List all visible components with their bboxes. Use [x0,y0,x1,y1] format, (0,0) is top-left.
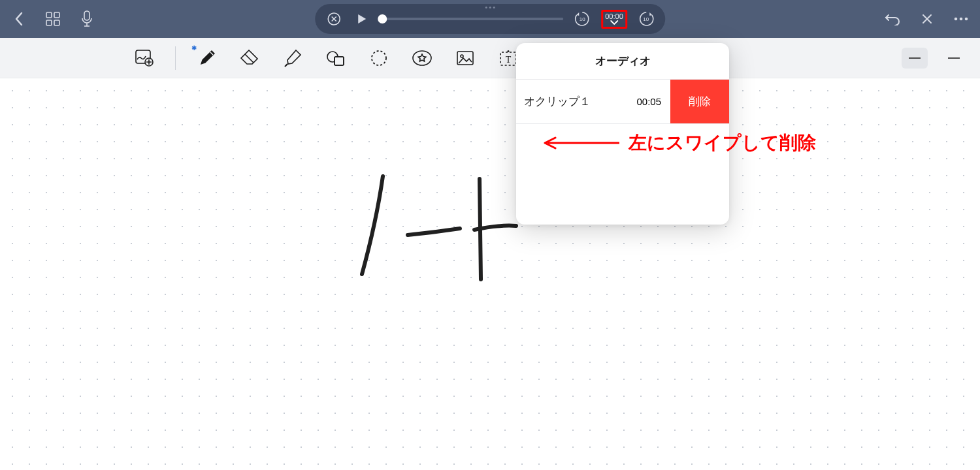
svg-text:T: T [506,55,512,65]
highlighter-tool[interactable] [280,46,305,70]
audio-clip-duration: 00:05 [636,96,661,107]
undo-button[interactable] [882,8,904,30]
svg-point-8 [955,18,958,21]
svg-point-23 [508,50,510,52]
playback-time: 00:00 [605,13,623,20]
playback-control-pill: 10 00:00 10 [315,4,665,34]
top-nav-bar: 10 00:00 10 [0,0,980,38]
progress-knob[interactable] [378,14,387,24]
skip-fwd-amount: 10 [643,16,649,22]
shapes-tool[interactable] [323,46,348,70]
more-options-button[interactable] [950,8,972,30]
svg-rect-4 [84,11,90,20]
cut-close-button[interactable] [916,8,938,30]
image-tool[interactable] [453,46,478,70]
toolbar-separator [175,46,176,70]
svg-rect-3 [54,20,59,25]
minus-icon [948,57,960,59]
svg-line-13 [245,54,253,63]
svg-point-9 [960,18,963,21]
tools-toolbar: ✱ T [0,38,980,78]
skip-back-amount: 10 [580,16,585,22]
svg-point-17 [372,51,386,65]
popover-empty-area [516,124,729,225]
svg-point-10 [965,18,968,21]
svg-rect-2 [46,20,52,25]
handwriting-stroke [329,170,525,287]
drag-handle-dots[interactable] [485,7,495,8]
apps-grid-button[interactable] [42,8,64,30]
lasso-select-tool[interactable] [367,46,391,70]
play-button[interactable] [353,10,370,27]
delete-clip-button[interactable]: 削除 [670,80,729,123]
audio-clip-row[interactable]: オクリップ１ 00:05 削除 [516,80,729,124]
back-button[interactable] [8,8,30,30]
favorites-tool[interactable] [410,46,434,70]
svg-rect-0 [46,12,52,18]
popover-title: オーディオ [516,43,729,80]
minus-icon [909,57,921,59]
close-playback-button[interactable] [325,10,342,27]
microphone-button[interactable] [76,8,98,30]
svg-rect-15 [335,57,344,65]
svg-rect-1 [54,12,59,18]
add-content-tool[interactable] [132,46,157,70]
audio-popover: オーディオ オクリップ１ 00:05 削除 [516,43,729,225]
note-canvas[interactable] [0,78,980,470]
skip-forward-10-button[interactable]: 10 [638,10,655,27]
eraser-tool[interactable] [237,46,262,70]
bluetooth-indicator-icon: ✱ [191,44,197,52]
pen-tool[interactable]: ✱ [194,46,219,70]
playback-time-dropdown[interactable]: 00:00 [601,10,627,29]
playback-progress-slider[interactable] [380,18,563,20]
page-tab-button-1[interactable] [902,48,928,69]
chevron-down-icon [610,20,619,25]
skip-back-10-button[interactable]: 10 [574,10,591,27]
audio-clip-name: オクリップ１ [524,94,591,109]
page-tab-button-2[interactable] [941,48,967,69]
svg-point-20 [461,55,463,57]
